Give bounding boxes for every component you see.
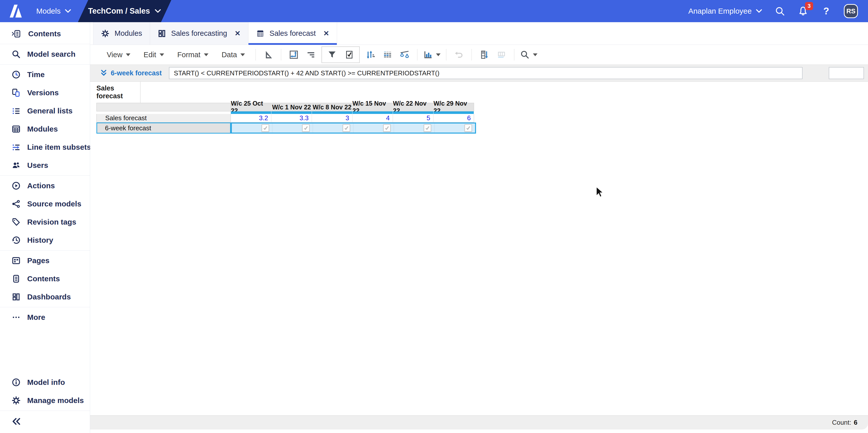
sidebar-item-revision-tags[interactable]: Revision tags <box>0 213 90 231</box>
share-network-icon <box>11 199 21 208</box>
column-header-row: W/c 25 Oct 22 W/c 1 Nov 22 W/c 8 Nov 22 … <box>96 103 868 111</box>
pivot-button[interactable] <box>286 48 301 62</box>
user-menu[interactable]: Anaplan Employee <box>688 7 762 16</box>
sidebar: Contents Model search Time Versions <box>0 22 90 433</box>
compare-button[interactable] <box>397 48 412 62</box>
users-icon <box>11 161 21 170</box>
view-tab-sales-forecast[interactable]: Sales forecast <box>96 82 141 103</box>
select-tool-button[interactable] <box>261 48 276 62</box>
help-button[interactable]: ? <box>821 5 832 17</box>
sidebar-item-history[interactable]: History <box>0 231 90 249</box>
sidebar-item-pages[interactable]: Pages <box>0 252 90 270</box>
grid-cell-boolean[interactable] <box>313 123 353 133</box>
collapse-chevrons-icon <box>11 417 21 426</box>
conditional-formatting-grid-icon <box>382 50 393 60</box>
dashboard-icon <box>11 292 21 301</box>
grid-cell[interactable]: 5 <box>393 114 434 122</box>
current-model-tab[interactable]: TechCom / Sales <box>78 0 171 22</box>
grid-cell[interactable]: 4 <box>352 114 393 122</box>
models-menu[interactable]: Models <box>36 7 71 16</box>
hierarchy-levels-button[interactable] <box>304 48 318 62</box>
sidebar-item-actions[interactable]: Actions <box>0 177 90 195</box>
card-button-disabled[interactable] <box>494 48 509 62</box>
menu-format[interactable]: Format <box>171 51 215 59</box>
sidebar-item-contents-top[interactable]: Contents <box>0 25 90 43</box>
user-menu-label: Anaplan Employee <box>688 7 752 16</box>
scales-icon <box>400 50 410 60</box>
avatar[interactable]: RS <box>844 4 858 18</box>
column-header[interactable]: W/c 22 Nov 22 <box>393 103 434 111</box>
sort-button[interactable] <box>363 48 378 62</box>
grid-cell-boolean[interactable] <box>232 123 272 133</box>
filter-button[interactable] <box>325 48 339 62</box>
column-header[interactable]: W/c 29 Nov 22 <box>434 103 474 111</box>
find-button[interactable] <box>520 50 537 60</box>
sidebar-item-source-models[interactable]: Source models <box>0 195 90 213</box>
sidebar-collapse-button[interactable] <box>0 412 90 431</box>
formula-bar-side-box[interactable] <box>829 67 864 79</box>
menu-view[interactable]: View <box>100 51 137 59</box>
caret-down-icon <box>436 53 440 56</box>
column-header[interactable]: W/c 15 Nov 22 <box>352 103 393 111</box>
checkbox-checked-icon[interactable] <box>383 124 391 132</box>
undo-button-disabled[interactable] <box>452 48 466 62</box>
row-header[interactable]: Sales forecast <box>96 114 231 122</box>
checkbox-checked-icon[interactable] <box>464 124 472 132</box>
sidebar-item-contents[interactable]: Contents <box>0 270 90 288</box>
conditional-formatting-button[interactable] <box>380 48 395 62</box>
line-item-selector[interactable]: 6-week forecast <box>100 69 162 77</box>
chevron-down-icon <box>155 9 161 13</box>
grid-cell[interactable]: 3.3 <box>271 114 312 122</box>
sidebar-item-line-item-subsets[interactable]: Line item subsets <box>0 138 90 156</box>
boolean-checkbox-button[interactable] <box>342 48 356 62</box>
notifications-button[interactable]: 3 <box>798 5 809 17</box>
sidebar-item-manage-models[interactable]: Manage models <box>0 392 90 409</box>
formula-input[interactable]: START() < CURRENTPERIODSTART() + 42 AND … <box>169 67 803 79</box>
pages-icon <box>11 256 21 265</box>
close-icon[interactable]: ✕ <box>235 29 240 37</box>
checkbox-checked-icon[interactable] <box>261 124 269 132</box>
tab-label: Sales forecast <box>270 29 316 37</box>
row-header-selected[interactable]: 6-week forecast <box>96 122 231 134</box>
tab-sales-forecast[interactable]: Sales forecast ✕ <box>248 22 337 45</box>
column-header[interactable]: W/c 1 Nov 22 <box>271 103 312 111</box>
sidebar-item-versions[interactable]: Versions <box>0 84 90 102</box>
menu-edit[interactable]: Edit <box>137 51 171 59</box>
module-grid-icon <box>11 124 21 134</box>
gear-icon <box>101 29 110 38</box>
grid-cell[interactable]: 6 <box>434 114 474 122</box>
model-search-icon <box>11 50 21 59</box>
checkbox-checked-icon[interactable] <box>424 124 431 132</box>
divider <box>0 175 90 176</box>
grid-cell-boolean[interactable] <box>434 123 475 133</box>
bar-chart-icon <box>423 50 433 60</box>
tab-modules[interactable]: Modules <box>93 22 150 45</box>
grid-cell[interactable]: 3.2 <box>231 114 271 122</box>
grid-cell-boolean[interactable] <box>353 123 394 133</box>
dashboard-icon <box>158 29 166 38</box>
sidebar-item-more[interactable]: More <box>0 308 90 326</box>
sidebar-item-users[interactable]: Users <box>0 156 90 174</box>
chart-button[interactable] <box>423 50 440 60</box>
column-header[interactable]: W/c 8 Nov 22 <box>312 103 352 111</box>
checkbox-checked-icon[interactable] <box>343 124 350 132</box>
menu-data[interactable]: Data <box>215 51 251 59</box>
grid-cell[interactable]: 3 <box>312 114 352 122</box>
grid-corner-cell[interactable] <box>96 103 231 111</box>
checkbox-checked-icon[interactable] <box>302 124 310 132</box>
sidebar-item-modules[interactable]: Modules <box>0 120 90 138</box>
freeze-panes-button[interactable] <box>477 48 492 62</box>
tab-sales-forecasting[interactable]: Sales forecasting ✕ <box>150 22 248 45</box>
grid-cell-boolean[interactable] <box>394 123 434 133</box>
sidebar-item-model-info[interactable]: Model info <box>0 373 90 392</box>
close-icon[interactable]: ✕ <box>323 29 329 37</box>
caret-down-icon <box>126 53 130 56</box>
caret-down-icon <box>160 53 164 56</box>
sidebar-item-general-lists[interactable]: General lists <box>0 102 90 120</box>
sidebar-item-dashboards[interactable]: Dashboards <box>0 288 90 306</box>
sidebar-item-time[interactable]: Time <box>0 65 90 84</box>
grid-cell-boolean[interactable] <box>272 123 313 133</box>
column-header[interactable]: W/c 25 Oct 22 <box>231 103 271 111</box>
search-button[interactable] <box>774 5 785 17</box>
sidebar-item-model-search[interactable]: Model search <box>0 45 90 63</box>
